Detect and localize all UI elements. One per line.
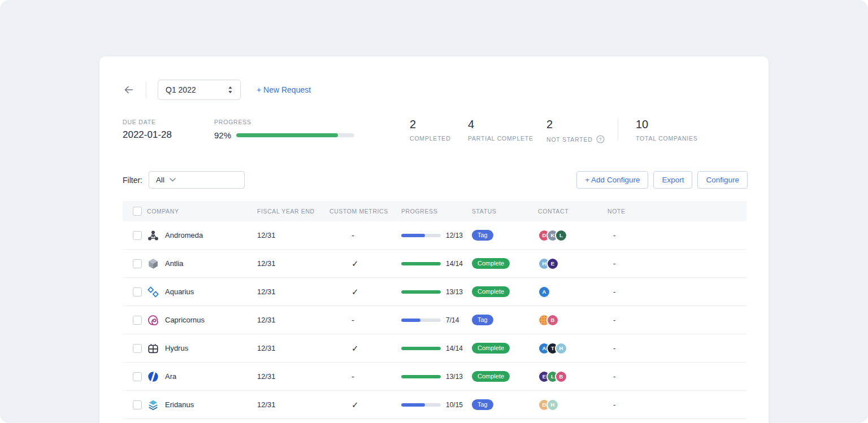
custom-metrics-cell: ✓ [329,400,401,410]
row-checkbox[interactable] [133,372,142,381]
row-progress-fill [401,262,441,265]
row-progress-fill [401,375,441,378]
contact-avatars: A [538,286,607,298]
table-row: Hydrus 12/31 ✓ 14/14 Complete ATH - [123,334,747,363]
row-progress-fill [401,347,441,350]
progress-fraction: 14/14 [446,344,463,352]
note-cell: - [607,344,747,352]
company-logo-icon [147,229,159,242]
contact-avatar[interactable]: L [555,229,567,242]
custom-metrics-cell: - [329,315,401,325]
note-cell: - [607,287,747,296]
stat-due-date: DUE DATE 2022-01-28 [123,119,214,143]
not-started-count: 2 [546,119,618,130]
stat-total-companies: 10 TOTAL COMPANIES [636,119,698,143]
add-configure-button[interactable]: + Add Configure [576,171,648,189]
row-progress-bar [401,234,441,237]
row-progress-bar [401,262,441,265]
divider [618,119,618,141]
column-progress: PROGRESS [401,208,472,215]
row-checkbox[interactable] [133,231,142,240]
fiscal-year-end-cell: 12/31 [257,259,329,268]
contact-avatars: DKL [538,229,607,242]
filter-bar: Filter: All + Add Configure Export Confi… [123,171,748,189]
company-logo-icon [147,370,159,383]
stat-progress: PROGRESS 92% [214,119,410,143]
custom-metrics-cell: ✓ [329,259,401,269]
company-name: Antlia [165,259,184,268]
company-name: Ara [165,372,176,381]
stat-partial-complete: 4 PARTIAL COMPLETE [468,119,546,143]
company-name: Aquarius [165,287,194,296]
progress-percent-value: 92% [214,130,231,140]
progress-fraction: 7/14 [446,316,459,324]
select-all-checkbox[interactable] [133,207,142,216]
fiscal-year-end-cell: 12/31 [257,231,329,239]
note-cell: - [607,316,747,324]
progress-fraction: 13/13 [446,373,463,381]
custom-metrics-cell: ✓ [329,343,401,354]
company-logo-icon [147,258,159,270]
fiscal-year-end-cell: 12/31 [257,372,329,381]
filter-select-value: All [156,176,164,184]
back-arrow-button[interactable] [123,83,136,97]
contact-avatar[interactable]: A [538,286,550,298]
contact-avatars: HE [538,258,607,270]
contact-avatars: DH [538,399,607,411]
contact-avatars: B [538,314,607,326]
contact-avatar[interactable]: B [546,314,559,326]
table-row: Eridanus 12/31 ✓ 10/15 Tag DH - [123,391,747,419]
row-checkbox[interactable] [133,316,142,325]
status-badge: Complete [472,343,510,354]
company-logo-icon [147,314,159,326]
divider [146,81,146,98]
export-button[interactable]: Export [653,171,692,189]
table-row: Capricornus 12/31 - 7/14 Tag B - [123,306,747,334]
table-header: COMPANY FISCAL YEAR END CUSTOM METRICS P… [123,201,747,221]
column-contact: CONTACT [538,208,607,215]
overall-progress-fill [236,133,338,137]
contact-avatar[interactable]: E [546,258,559,270]
fiscal-year-end-cell: 12/31 [257,316,329,324]
request-panel: Q1 2022 + New Request DUE DATE 2022-01-2… [99,56,769,423]
custom-metrics-cell: - [329,230,401,240]
contact-avatars: ATH [538,342,607,355]
status-badge: Complete [472,258,510,269]
period-select[interactable]: Q1 2022 [158,80,241,100]
stat-completed: 2 COMPLETED [410,119,468,143]
row-progress-fill [401,234,425,237]
column-fiscal-year-end: FISCAL YEAR END [257,208,329,215]
page-background: Q1 2022 + New Request DUE DATE 2022-01-2… [0,0,868,423]
contact-avatar[interactable]: H [546,399,559,411]
contact-avatar[interactable]: H [555,342,567,355]
company-name: Andromeda [165,231,203,239]
completed-count: 2 [410,119,468,130]
filter-label: Filter: [123,176,142,185]
row-progress-fill [401,290,441,294]
progress-fraction: 14/14 [446,260,463,268]
overall-progress-bar [236,133,354,137]
period-select-value: Q1 2022 [166,85,196,94]
filter-select[interactable]: All [149,171,245,189]
companies-table: COMPANY FISCAL YEAR END CUSTOM METRICS P… [123,201,747,419]
stat-not-started: 2 NOT STARTED ? [546,119,618,143]
table-body: Andromeda 12/31 - 12/13 Tag DKL - Antlia… [123,221,747,419]
row-checkbox[interactable] [133,400,142,409]
custom-metrics-cell: ✓ [329,287,401,297]
help-question-icon[interactable]: ? [596,135,605,143]
custom-metrics-cell: - [329,372,401,381]
row-checkbox[interactable] [133,287,142,296]
configure-button[interactable]: Configure [697,171,748,189]
contact-avatar[interactable]: B [555,370,567,383]
new-request-button[interactable]: + New Request [257,85,311,94]
status-badge: Complete [472,286,510,297]
row-checkbox[interactable] [133,259,142,268]
column-status: STATUS [472,208,538,215]
status-badge: Tag [472,230,493,241]
status-badge: Complete [472,371,510,382]
fiscal-year-end-cell: 12/31 [257,287,329,296]
row-checkbox[interactable] [133,344,142,353]
partial-complete-label: PARTIAL COMPLETE [468,135,533,142]
total-companies-count: 10 [636,119,698,130]
arrow-left-icon [123,84,135,96]
